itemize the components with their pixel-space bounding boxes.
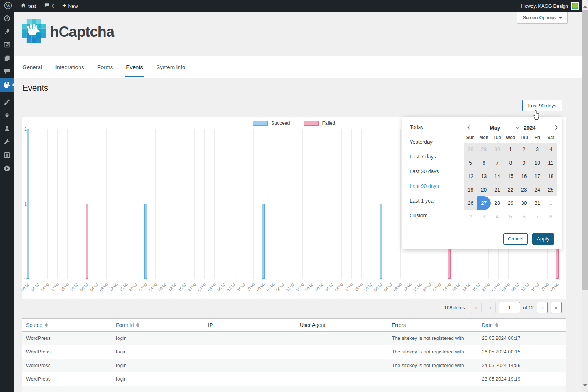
sidebar-item-pages[interactable] <box>0 51 14 65</box>
calendar-day[interactable]: 8 <box>504 156 517 170</box>
scrollbar-thumb[interactable] <box>582 10 588 290</box>
year-dropdown-chevron-icon[interactable] <box>516 126 520 129</box>
sort-link[interactable]: Source <box>26 322 48 328</box>
calendar-day[interactable]: 3 <box>531 143 544 156</box>
tab-system-info[interactable]: System Info <box>150 56 192 78</box>
sidebar-item-users[interactable] <box>0 122 14 135</box>
calendar-day[interactable]: 24 <box>531 183 544 197</box>
sort-link[interactable]: Date <box>482 322 498 328</box>
calendar-day[interactable]: 11 <box>544 156 557 170</box>
new-content-link[interactable]: + New <box>58 0 82 12</box>
sidebar-item-dashboard[interactable] <box>0 12 14 25</box>
calendar-day[interactable]: 5 <box>464 156 477 170</box>
next-page-button[interactable]: › <box>537 302 548 313</box>
table-cell: login <box>112 345 204 359</box>
calendar-day[interactable]: 29 <box>477 143 490 156</box>
calendar-day[interactable]: 21 <box>491 183 504 197</box>
screen-options-button[interactable]: Screen Options <box>517 12 568 24</box>
apply-button[interactable]: Apply <box>532 233 554 245</box>
preset-today[interactable]: Today <box>402 120 459 135</box>
site-name-link[interactable]: test <box>16 0 40 12</box>
calendar-day[interactable]: 1 <box>544 196 557 210</box>
wordpress-menu[interactable]: W <box>0 0 16 12</box>
sidebar-item-comments[interactable] <box>0 65 14 78</box>
sidebar-item-plug[interactable] <box>0 109 14 122</box>
calendar-day[interactable]: 17 <box>531 170 544 183</box>
sort-link[interactable]: Form Id <box>116 322 139 328</box>
sidebar-item-hcaptcha-hand[interactable] <box>0 78 14 92</box>
tab-general[interactable]: General <box>16 56 49 78</box>
calendar-day[interactable]: 5 <box>504 210 517 224</box>
calendar-day[interactable]: 28 <box>491 196 504 210</box>
column-header-form-id[interactable]: Form Id <box>112 319 204 331</box>
calendar-day-selected[interactable]: 27 <box>477 196 490 210</box>
calendar-day[interactable]: 7 <box>491 156 504 170</box>
calendar-day[interactable]: 2 <box>464 210 477 224</box>
calendar-day[interactable]: 13 <box>477 170 490 183</box>
calendar-day[interactable]: 7 <box>531 210 544 224</box>
cancel-button[interactable]: Cancel <box>503 233 528 245</box>
preset-last-90-days[interactable]: Last 90 days <box>402 179 459 193</box>
vertical-scrollbar[interactable] <box>582 0 588 392</box>
calendar-day[interactable]: 6 <box>517 210 531 224</box>
calendar-day[interactable]: 8 <box>544 210 557 224</box>
calendar-day[interactable]: 25 <box>544 183 557 197</box>
table-cell <box>296 372 388 386</box>
sidebar-item-play[interactable] <box>0 162 14 175</box>
calendar-day[interactable]: 22 <box>504 183 517 197</box>
calendar-day[interactable]: 4 <box>544 143 557 156</box>
calendar-day[interactable]: 18 <box>544 170 557 183</box>
calendar-day[interactable]: 31 <box>531 196 544 210</box>
calendar-day[interactable]: 10 <box>531 156 544 170</box>
calendar-day[interactable]: 15 <box>504 170 517 183</box>
calendar-day[interactable]: 3 <box>477 210 490 224</box>
calendar-day[interactable]: 20 <box>477 183 490 197</box>
scroll-down-arrow-icon[interactable] <box>583 384 587 389</box>
current-page-input[interactable] <box>499 302 520 313</box>
table-cell: WordPress <box>22 372 112 386</box>
account-menu[interactable]: Howdy, KAGG Design <box>521 0 588 12</box>
preset-custom[interactable]: Custom <box>402 208 459 223</box>
tab-integrations[interactable]: Integrations <box>49 56 90 78</box>
sidebar-item-sliders[interactable] <box>0 149 14 162</box>
calendar-day[interactable]: 28 <box>464 143 477 156</box>
calendar-day[interactable]: 9 <box>517 156 531 170</box>
comments-link[interactable]: 0 <box>40 0 58 12</box>
first-page-button[interactable]: « <box>471 302 482 313</box>
preset-last-30-days[interactable]: Last 30 days <box>402 164 459 179</box>
calendar-day[interactable]: 1 <box>504 143 517 156</box>
tab-events[interactable]: Events <box>119 56 150 78</box>
calendar-day[interactable]: 26 <box>464 196 477 210</box>
column-header-date[interactable]: Date <box>478 319 566 331</box>
sidebar-item-brush[interactable] <box>0 96 14 109</box>
calendar-day[interactable]: 2 <box>517 143 531 156</box>
date-range-button[interactable]: Last 90 days <box>522 100 562 111</box>
tab-forms[interactable]: Forms <box>91 56 120 78</box>
calendar-day[interactable]: 6 <box>477 156 490 170</box>
sidebar-item-media[interactable] <box>0 38 14 51</box>
preset-yesterday[interactable]: Yesterday <box>402 135 459 149</box>
sidebar-item-wrench[interactable] <box>0 135 14 149</box>
calendar-day[interactable]: 29 <box>504 196 517 210</box>
y-axis-tick-label: 1 <box>22 202 27 207</box>
calendar-day[interactable]: 16 <box>517 170 531 183</box>
next-month-icon[interactable] <box>551 122 562 133</box>
calendar-year-label[interactable]: 2024 <box>523 125 535 131</box>
calendar-day[interactable]: 4 <box>491 210 504 224</box>
preset-last-1-year[interactable]: Last 1 year <box>402 193 459 208</box>
column-header-source[interactable]: Source <box>22 319 112 331</box>
prev-page-button[interactable]: ‹ <box>485 302 496 313</box>
calendar-day[interactable]: 19 <box>464 183 477 197</box>
calendar-day[interactable]: 30 <box>491 143 504 156</box>
prev-month-icon[interactable] <box>464 122 475 133</box>
calendar-day[interactable]: 14 <box>491 170 504 183</box>
last-page-button[interactable]: » <box>551 302 562 313</box>
preset-last-7-days[interactable]: Last 7 days <box>402 149 459 164</box>
calendar-day[interactable]: 12 <box>464 170 477 183</box>
calendar-day[interactable]: 30 <box>517 196 531 210</box>
scroll-up-arrow-icon[interactable] <box>583 3 587 8</box>
calendar-day[interactable]: 23 <box>517 183 531 197</box>
calendar-month-label[interactable]: May <box>490 125 500 131</box>
sidebar-item-pin[interactable] <box>0 25 14 38</box>
plug-icon <box>3 112 11 119</box>
